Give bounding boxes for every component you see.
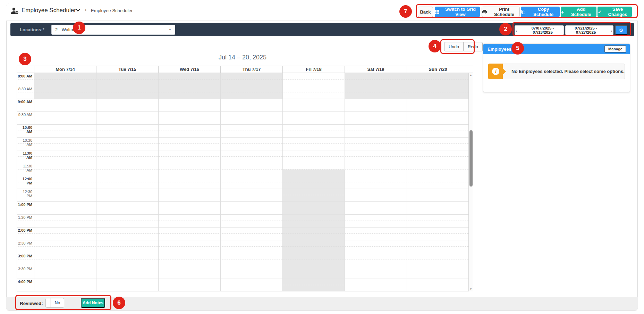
undo-redo-group: Undo Redo	[444, 42, 483, 51]
day-column-mon[interactable]	[34, 73, 96, 291]
time-label: 12:30 PM	[17, 190, 32, 198]
reviewed-label: Reviewed:	[20, 301, 43, 306]
no-employees-alert-text: No Employees selected. Please select som…	[511, 64, 625, 79]
toggle-value: No	[51, 298, 64, 307]
next-week-button[interactable]: 07/21/2025 - 07/27/2025 →	[565, 25, 613, 35]
settings-gear-button[interactable]: ⚙	[615, 25, 627, 35]
breadcrumb: Employee Scheduler	[91, 8, 133, 13]
annotation-circle-3: 3	[19, 53, 31, 65]
panel-divider	[480, 36, 480, 297]
grid-gutter-line	[34, 73, 34, 291]
locations-selected-value: 2 - Walton	[55, 27, 76, 32]
plus-icon: +	[561, 9, 564, 15]
copy-icon	[521, 10, 525, 14]
switch-to-grid-view-button[interactable]: Switch to Grid View	[435, 7, 480, 17]
print-schedule-button[interactable]: Print Schedule	[482, 7, 520, 17]
info-badge-icon: i	[488, 64, 503, 79]
time-label: 11:30 AM	[17, 164, 32, 172]
arrow-left-icon: ←	[515, 27, 520, 33]
grid-view-icon	[435, 10, 439, 14]
scrollbar-thumb[interactable]	[469, 130, 473, 187]
locations-label: Locations:*	[20, 27, 44, 32]
printer-icon	[482, 10, 487, 14]
employees-panel-title: Employees	[488, 47, 511, 52]
arrow-right-icon: →	[608, 27, 613, 33]
time-label: 1:00 PM	[17, 203, 32, 207]
gear-icon: ⚙	[619, 27, 624, 33]
time-label: 12:00 PM	[17, 177, 32, 185]
page-title: Employee Scheduler	[22, 7, 76, 14]
add-notes-button[interactable]: Add Notes	[81, 298, 105, 308]
time-label: 8:00 AM	[17, 74, 32, 78]
day-column-sun[interactable]	[407, 73, 468, 291]
annotation-circle-2: 2	[499, 23, 512, 35]
info-icon: i	[492, 68, 499, 75]
breadcrumb-separator-icon: ›	[85, 6, 87, 13]
calendar-header-corner	[468, 66, 473, 73]
time-label: 9:30 AM	[17, 113, 32, 117]
time-label: 10:30 AM	[17, 138, 32, 147]
day-column-sat[interactable]	[345, 73, 407, 291]
day-header-thu: Thu 7/17	[220, 66, 282, 73]
undo-button[interactable]: Undo	[444, 42, 464, 51]
annotation-circle-5: 5	[511, 42, 524, 55]
scroll-up-icon[interactable]: ▲	[469, 74, 473, 77]
time-label: 3:30 PM	[17, 267, 32, 271]
annotation-circle-4: 4	[429, 40, 441, 52]
annotation-circle-7: 7	[399, 5, 412, 18]
employee-scheduler-page: Employee Scheduler › Employee Scheduler …	[0, 0, 644, 314]
day-column-thu[interactable]	[220, 73, 282, 291]
manage-accounts-icon	[10, 7, 19, 15]
day-column-wed[interactable]	[158, 73, 220, 291]
employees-panel-header: Employees Manage	[483, 44, 630, 54]
time-label: 11:00 AM	[17, 151, 32, 159]
annotation-circle-6: 6	[113, 297, 125, 309]
time-label: 2:00 PM	[17, 228, 32, 232]
day-header-tue: Tue 7/15	[96, 66, 158, 73]
employees-panel: Employees Manage i No Employees selected…	[483, 43, 630, 92]
day-header-wed: Wed 7/16	[158, 66, 220, 73]
calendar-scrollbar[interactable]: ▲ ▼	[468, 73, 473, 291]
manage-employees-button[interactable]: Manage	[604, 46, 626, 52]
day-header-mon: Mon 7/14	[34, 66, 96, 73]
day-header-fri: Fri 7/18	[282, 66, 345, 73]
prev-week-button[interactable]: ← 07/07/2025 - 07/13/2025	[515, 25, 564, 35]
time-label: 2:30 PM	[17, 241, 32, 245]
add-schedule-button[interactable]: + Add Schedule	[561, 7, 596, 17]
time-label: 8:30 AM	[17, 87, 32, 91]
calendar-day-header-row: Mon 7/14Tue 7/15Wed 7/16Thu 7/17Fri 7/18…	[17, 66, 473, 73]
time-label: 3:00 PM	[17, 254, 32, 258]
annotation-circle-1: 1	[73, 22, 85, 34]
calendar-week-title: Jul 14 – 20, 2025	[17, 54, 468, 61]
toggle-knob[interactable]	[46, 298, 51, 307]
time-label: 10:00 AM	[17, 125, 32, 134]
select-caret-icon: ▼	[169, 28, 171, 31]
locations-select[interactable]: 2 - Walton ▼	[51, 25, 175, 35]
day-column-tue[interactable]	[96, 73, 158, 291]
time-label: 1:30 PM	[17, 215, 32, 220]
chevron-down-icon[interactable]	[76, 9, 80, 12]
day-header-sat: Sat 7/19	[345, 66, 407, 73]
save-changes-button[interactable]: ✓ Save Changes	[598, 7, 632, 17]
day-header-sun: Sun 7/20	[407, 66, 469, 73]
time-label: 4:00 PM	[17, 280, 32, 284]
copy-schedule-button[interactable]: Copy Schedule	[521, 7, 560, 17]
check-icon: ✓	[598, 9, 602, 15]
back-button[interactable]: Back	[418, 7, 433, 17]
time-label: 9:00 AM	[17, 100, 32, 104]
no-employees-alert: i No Employees selected. Please select s…	[488, 64, 625, 79]
day-column-fri[interactable]	[282, 73, 345, 291]
scroll-down-icon[interactable]: ▼	[469, 288, 473, 291]
calendar-grid: 8:00 AM8:30 AM9:00 AM9:30 AM10:00 AM10:3…	[17, 73, 468, 291]
reviewed-toggle[interactable]: No	[45, 298, 64, 308]
